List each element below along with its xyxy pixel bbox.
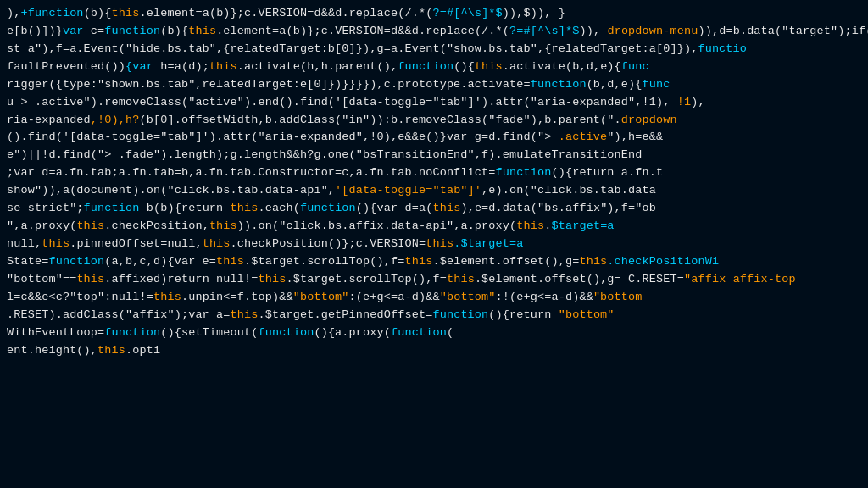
code-line: ",a.proxy(this.checkPosition,this)).on("…	[0, 218, 868, 236]
code-line: ria-expanded,!0),h?(b[0].offsetWidth,b.a…	[0, 112, 868, 130]
code-line: l=c&&e<c?"top":null!=this.unpin<=f.top)&…	[0, 289, 868, 307]
code-line: null,this.pinnedOffset=null,this.checkPo…	[0, 236, 868, 253]
code-line: u > .active").removeClass("active").end(…	[0, 94, 868, 112]
code-line: e")||!d.find("> .fade").length);g.length…	[0, 147, 868, 164]
code-line: st a"),f=a.Event("hide.bs.tab",{relatedT…	[0, 41, 868, 58]
code-line: faultPrevented()){var h=a(d);this.activa…	[0, 58, 868, 76]
code-line: ent.height(),this.opti	[0, 342, 868, 360]
code-line: se strict";function b(b){return this.eac…	[0, 200, 868, 218]
code-display: ),+function(b){this.element=a(b)};c.VERS…	[0, 0, 868, 488]
code-line: WithEventLoop=function(){setTimeout(func…	[0, 324, 868, 342]
code-line: ),+function(b){this.element=a(b)};c.VERS…	[0, 5, 868, 23]
code-line: "bottom"==this.affixed)return null!=this…	[0, 271, 868, 289]
code-line: State=function(a,b,c,d){var e=this.$targ…	[0, 253, 868, 271]
code-line: ;var d=a.fn.tab;a.fn.tab=b,a.fn.tab.Cons…	[0, 164, 868, 182]
code-line: rigger({type:"shown.bs.tab",relatedTarge…	[0, 76, 868, 94]
code-line: ().find('[data-toggle="tab"]').attr("ari…	[0, 129, 868, 147]
code-line: .RESET).addClass("affix");var a=this.$ta…	[0, 307, 868, 324]
code-line: e[b()])}var c=function(b){this.element=a…	[0, 23, 868, 41]
code-line: show")),a(document).on("click.bs.tab.dat…	[0, 182, 868, 200]
